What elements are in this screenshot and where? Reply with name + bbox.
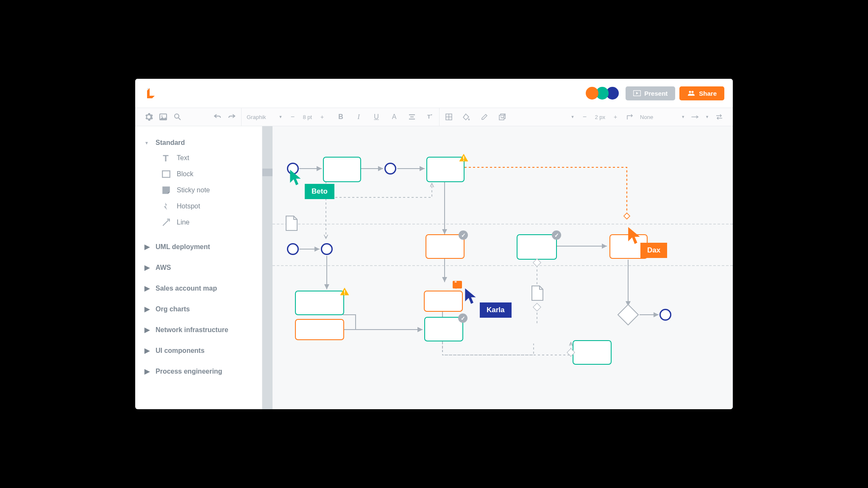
process-block[interactable] <box>426 234 465 259</box>
hotspot-icon <box>161 202 171 211</box>
caret-down-icon: ▼ <box>145 141 150 145</box>
search-icon[interactable] <box>173 113 182 121</box>
underline-icon[interactable]: U <box>372 113 381 121</box>
chevron-down-icon[interactable]: ▼ <box>571 115 575 119</box>
caret-right-icon: ▶ <box>145 347 150 355</box>
decision-node[interactable] <box>533 303 541 311</box>
category-network[interactable]: ▶Network infrastructure <box>143 319 254 340</box>
avatar[interactable] <box>586 87 598 100</box>
svg-point-5 <box>175 114 179 118</box>
decrease-font-icon[interactable]: − <box>288 113 297 121</box>
swimlane-divider <box>273 224 733 225</box>
share-button[interactable]: Share <box>679 86 724 100</box>
end-node[interactable] <box>659 309 671 321</box>
warning-badge-icon <box>339 287 350 296</box>
present-button[interactable]: Present <box>626 86 675 100</box>
caret-right-icon: ▶ <box>145 367 150 375</box>
document-icon[interactable] <box>285 215 298 231</box>
font-family-select[interactable]: Graphik▼ <box>247 114 282 120</box>
warning-badge-icon <box>459 153 469 162</box>
category-aws[interactable]: ▶AWS <box>143 257 254 278</box>
shape-line[interactable]: Line <box>143 214 254 230</box>
svg-line-18 <box>163 220 168 226</box>
swap-icon[interactable] <box>715 113 723 121</box>
cursor-icon <box>464 287 477 305</box>
category-sales[interactable]: ▶Sales account map <box>143 278 254 299</box>
block-icon <box>161 169 171 179</box>
redo-icon[interactable] <box>228 113 236 121</box>
collaborator-cursor-dax: Dax <box>627 226 667 258</box>
arrow-style-icon[interactable] <box>691 113 699 121</box>
process-block[interactable] <box>295 319 344 340</box>
event-node[interactable] <box>384 163 396 175</box>
text-color-icon[interactable]: A <box>390 113 398 121</box>
header-bar: Present Share <box>135 79 733 108</box>
image-icon[interactable] <box>159 113 167 121</box>
shape-text[interactable]: T Text <box>143 150 254 166</box>
chevron-down-icon[interactable]: ▼ <box>705 115 709 119</box>
svg-rect-22 <box>624 213 630 219</box>
shape-hotspot[interactable]: Hotspot <box>143 198 254 214</box>
line-icon <box>161 218 171 227</box>
svg-text:T: T <box>163 153 169 163</box>
process-block[interactable] <box>517 234 557 260</box>
event-node[interactable] <box>321 243 333 255</box>
cursor-icon <box>289 169 302 186</box>
start-node[interactable] <box>287 243 299 255</box>
decrease-stroke-icon[interactable]: − <box>581 113 589 121</box>
process-block[interactable] <box>573 340 612 365</box>
shape-block[interactable]: Block <box>143 166 254 182</box>
category-uml[interactable]: ▶UML deployment <box>143 236 254 257</box>
gear-icon[interactable] <box>145 113 153 121</box>
line-style-select[interactable]: None▼ <box>640 114 685 120</box>
bold-icon[interactable]: B <box>337 113 345 121</box>
sticky-note-icon <box>161 186 171 195</box>
layers-icon[interactable] <box>498 113 506 121</box>
ruler-indicator <box>262 169 273 176</box>
present-label: Present <box>644 90 668 97</box>
svg-point-2 <box>692 91 694 93</box>
document-icon[interactable] <box>531 285 544 301</box>
cursor-label: Dax <box>640 243 667 258</box>
caret-right-icon: ▶ <box>145 305 150 313</box>
shape-sticky-note[interactable]: Sticky note <box>143 182 254 198</box>
category-standard[interactable]: ▼ Standard <box>143 136 254 150</box>
caret-right-icon: ▶ <box>145 284 150 292</box>
collaborator-avatars[interactable] <box>588 87 619 100</box>
process-block[interactable] <box>295 291 344 315</box>
comment-icon[interactable] <box>453 281 462 288</box>
process-block[interactable] <box>424 291 463 312</box>
category-process[interactable]: ▶Process engineering <box>143 361 254 382</box>
connector-icon[interactable] <box>626 113 634 121</box>
border-icon[interactable] <box>445 113 453 121</box>
svg-point-4 <box>161 116 163 117</box>
process-block[interactable] <box>424 317 463 341</box>
cursor-icon <box>627 226 641 245</box>
collaborator-cursor-beto: Beto <box>289 169 334 199</box>
text-dropdown-icon[interactable]: T <box>426 113 434 121</box>
app-window: Present Share Graphik▼ − 8 pt + B I U A <box>135 79 733 409</box>
increase-stroke-icon[interactable]: + <box>611 113 620 121</box>
category-org[interactable]: ▶Org charts <box>143 299 254 319</box>
undo-icon[interactable] <box>213 113 222 121</box>
pencil-icon[interactable] <box>480 113 489 121</box>
cursor-label: Beto <box>305 184 334 199</box>
italic-icon[interactable]: I <box>354 113 363 121</box>
stroke-width-value[interactable]: 2 px <box>595 114 606 120</box>
increase-font-icon[interactable]: + <box>318 113 326 121</box>
font-size-value[interactable]: 8 pt <box>303 114 312 120</box>
category-ui[interactable]: ▶UI components <box>143 340 254 361</box>
svg-text:T: T <box>427 114 431 120</box>
shape-library-sidebar: ▼ Standard T Text Block Sticky note Hots… <box>135 126 262 409</box>
fill-icon[interactable] <box>462 113 471 121</box>
svg-point-1 <box>689 91 691 93</box>
diagram-canvas[interactable]: Beto Karla Dax <box>262 126 733 409</box>
align-icon[interactable] <box>408 113 416 121</box>
collaborator-cursor-karla: Karla <box>464 287 512 318</box>
caret-right-icon: ▶ <box>145 326 150 334</box>
text-icon: T <box>161 153 171 163</box>
caret-right-icon: ▶ <box>145 263 150 272</box>
caret-right-icon: ▶ <box>145 243 150 251</box>
gateway-node[interactable] <box>618 304 639 326</box>
svg-rect-40 <box>344 290 345 293</box>
